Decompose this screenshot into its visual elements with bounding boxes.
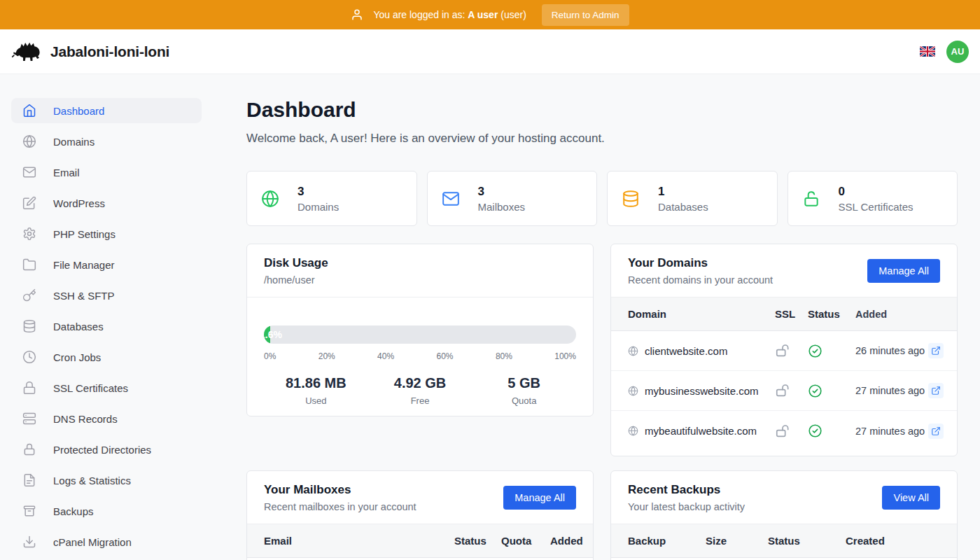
status-check-icon xyxy=(808,384,822,398)
stat-text: 0 SSL Certificates xyxy=(839,185,913,213)
sidebar-item-label: Cron Jobs xyxy=(53,351,101,363)
sidebar-item-wordpress[interactable]: WordPress xyxy=(11,190,202,216)
sidebar: Dashboard Domains Email WordPress PHP Se… xyxy=(0,74,213,560)
mailboxes-card-header: Your Mailboxes Recent mailboxes in your … xyxy=(247,471,593,524)
gear-icon xyxy=(22,227,36,241)
domain-row: mybeautifulwebsite.com 27 minutes ago xyxy=(611,411,957,451)
sidebar-item-label: SSH & SFTP xyxy=(53,290,115,302)
col-domain: Domain xyxy=(611,308,775,320)
disk-free-value: 4.92 GB xyxy=(368,375,472,391)
sidebar-item-email[interactable]: Email xyxy=(11,160,202,185)
sidebar-item-dns-records[interactable]: DNS Records xyxy=(11,406,202,431)
globe-icon xyxy=(628,426,638,436)
col-quota: Quota xyxy=(501,535,550,547)
domains-card-subtitle: Recent domains in your account xyxy=(628,274,773,286)
sidebar-item-backups[interactable]: Backups xyxy=(11,498,202,524)
language-flag-uk[interactable] xyxy=(920,46,935,57)
sidebar-item-databases[interactable]: Databases xyxy=(11,314,202,339)
sidebar-item-php-settings[interactable]: PHP Settings xyxy=(11,221,202,246)
backups-card-title: Recent Backups xyxy=(628,483,745,497)
sidebar-item-label: File Manager xyxy=(53,259,115,271)
stat-card-mailboxes[interactable]: 3 Mailboxes xyxy=(427,171,598,226)
col-added: Added xyxy=(550,535,593,547)
backups-card-header: Recent Backups Your latest backup activi… xyxy=(611,471,957,524)
sidebar-item-dashboard[interactable]: Dashboard xyxy=(11,98,202,123)
disk-quota-label: Quota xyxy=(472,396,576,406)
col-ssl: SSL xyxy=(775,308,808,320)
return-to-admin-button[interactable]: Return to Admin xyxy=(542,4,629,26)
domain-name[interactable]: clientwebsite.com xyxy=(645,345,727,357)
disk-usage-stats: 81.86 MB Used 4.92 GB Free 5 GB Quota xyxy=(264,375,576,406)
lock-open-icon xyxy=(775,424,790,439)
sidebar-item-label: Dashboard xyxy=(53,105,104,117)
manage-all-mailboxes-button[interactable]: Manage All xyxy=(503,486,576,510)
scale-tick: 80% xyxy=(496,351,512,361)
col-backup: Backup xyxy=(611,535,706,547)
stat-card-databases[interactable]: 1 Databases xyxy=(607,171,778,226)
stat-label: Mailboxes xyxy=(478,201,526,213)
home-icon xyxy=(22,104,36,118)
app-header: Jabaloni-loni-loni AU xyxy=(0,29,980,74)
backups-card: Recent Backups Your latest backup activi… xyxy=(610,470,958,560)
domain-added: 26 minutes ago xyxy=(855,345,928,356)
disk-usage-card: Disk Usage /home/user 1.6% 0% 20% 40% 60… xyxy=(246,244,594,416)
domain-row: clientwebsite.com 26 minutes ago xyxy=(611,331,957,371)
domains-card-header: Your Domains Recent domains in your acco… xyxy=(611,244,957,298)
disk-free-label: Free xyxy=(368,396,472,406)
sidebar-item-file-manager[interactable]: File Manager xyxy=(11,252,202,277)
domain-name[interactable]: mybusinesswebsite.com xyxy=(645,385,759,397)
sidebar-item-label: Logs & Statistics xyxy=(53,475,131,486)
sidebar-item-cpanel-migration[interactable]: cPanel Migration xyxy=(11,529,202,554)
mailboxes-card-subtitle: Recent mailboxes in your account xyxy=(264,501,416,512)
sidebar-item-label: PHP Settings xyxy=(53,228,115,240)
external-link-icon[interactable] xyxy=(928,383,944,398)
stat-value: 3 xyxy=(298,185,339,199)
domain-name[interactable]: mybeautifulwebsite.com xyxy=(645,425,757,437)
globe-icon xyxy=(22,134,36,148)
stat-text: 1 Databases xyxy=(658,185,708,213)
sidebar-item-domains[interactable]: Domains xyxy=(11,129,202,154)
sidebar-item-ssl-certificates[interactable]: SSL Certificates xyxy=(11,375,202,400)
sidebar-item-label: cPanel Migration xyxy=(53,536,132,548)
col-status: Status xyxy=(454,535,501,547)
sidebar-item-label: SSL Certificates xyxy=(53,382,128,394)
folder-icon xyxy=(22,258,36,272)
external-link-icon[interactable] xyxy=(928,424,944,439)
disk-usage-path: /home/user xyxy=(264,274,328,286)
sidebar-item-protected-directories[interactable]: Protected Directories xyxy=(11,437,202,462)
external-link-icon[interactable] xyxy=(928,343,944,358)
globe-icon xyxy=(261,190,279,208)
key-icon xyxy=(22,288,36,302)
scale-tick: 40% xyxy=(377,351,394,361)
stat-card-ssl-certificates[interactable]: 0 SSL Certificates xyxy=(788,171,958,226)
disk-usage-bar: 1.6% xyxy=(264,326,576,344)
disk-usage-scale: 0% 20% 40% 60% 80% 100% xyxy=(264,351,576,361)
manage-all-domains-button[interactable]: Manage All xyxy=(867,259,940,283)
view-all-backups-button[interactable]: View All xyxy=(882,486,940,510)
stat-label: SSL Certificates xyxy=(839,201,913,213)
lock-open-icon xyxy=(775,343,790,358)
disk-used-value: 81.86 MB xyxy=(264,375,368,391)
domains-card-title: Your Domains xyxy=(628,256,773,270)
col-created: Created xyxy=(846,535,957,547)
stat-card-domains[interactable]: 3 Domains xyxy=(246,171,417,226)
sidebar-item-cron-jobs[interactable]: Cron Jobs xyxy=(11,344,202,370)
avatar[interactable]: AU xyxy=(946,41,969,63)
lock-icon xyxy=(22,381,36,395)
sidebar-item-ssh-sftp[interactable]: SSH & SFTP xyxy=(11,283,202,308)
disk-usage-title: Disk Usage xyxy=(264,256,328,270)
impersonation-banner: You are logged in as: A user (user) Retu… xyxy=(0,0,980,29)
col-status: Status xyxy=(768,535,846,547)
col-status: Status xyxy=(808,308,855,320)
disk-used-label: Used xyxy=(264,396,368,406)
stat-label: Domains xyxy=(298,201,339,213)
mail-icon xyxy=(442,190,460,208)
domain-added: 27 minutes ago xyxy=(855,426,928,437)
unlock-icon xyxy=(802,190,820,208)
disk-usage-body: 1.6% 0% 20% 40% 60% 80% 100% 81.86 MB Us… xyxy=(247,298,593,406)
sidebar-item-logs-statistics[interactable]: Logs & Statistics xyxy=(11,468,202,493)
col-size: Size xyxy=(706,535,768,547)
scale-tick: 60% xyxy=(436,351,453,361)
database-icon xyxy=(22,319,36,333)
backups-table-header: Backup Size Status Created xyxy=(611,524,957,558)
